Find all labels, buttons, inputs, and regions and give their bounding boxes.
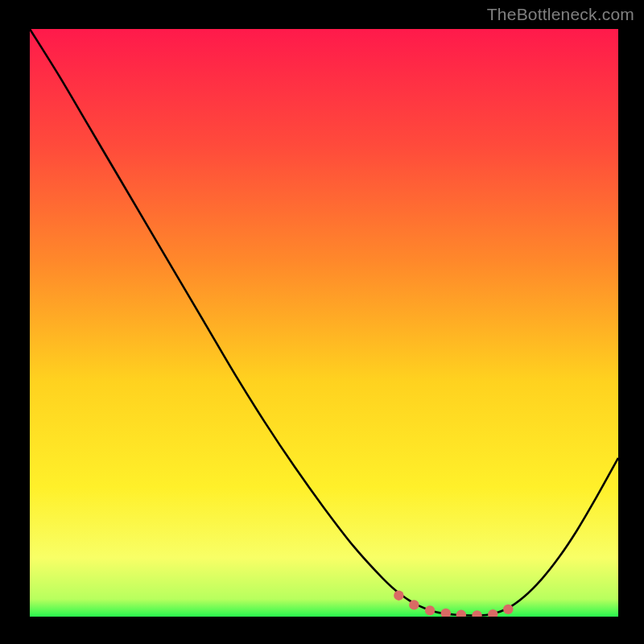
chart-frame: TheBottleneck.com [0, 0, 644, 644]
watermark-text: TheBottleneck.com [487, 5, 634, 24]
gradient-background [30, 29, 618, 617]
marker-dot [472, 610, 481, 620]
marker-dot [503, 605, 513, 614]
chart-svg [0, 0, 644, 644]
marker-dot [394, 591, 403, 601]
marker-dot [441, 609, 451, 618]
marker-dot [409, 600, 419, 609]
marker-dot [488, 609, 497, 619]
marker-dot [425, 605, 435, 615]
marker-dot [456, 610, 466, 620]
